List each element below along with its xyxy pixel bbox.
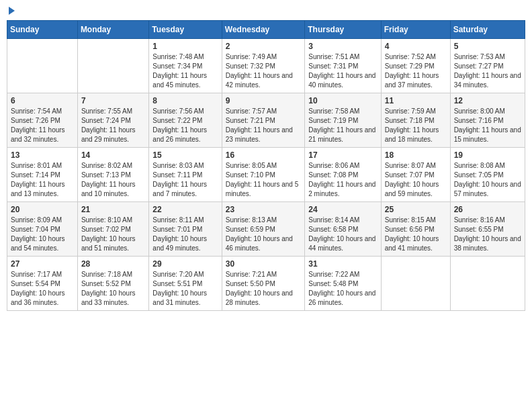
calendar-cell: 30Sunrise: 7:21 AM Sunset: 5:50 PM Dayli… bbox=[222, 257, 304, 311]
calendar-cell: 15Sunrise: 8:03 AM Sunset: 7:11 PM Dayli… bbox=[149, 148, 222, 202]
day-number: 6 bbox=[11, 96, 74, 105]
day-detail: Sunrise: 7:48 AM Sunset: 7:34 PM Dayligh… bbox=[152, 52, 218, 90]
day-number: 21 bbox=[81, 205, 145, 214]
calendar-cell: 8Sunrise: 7:56 AM Sunset: 7:22 PM Daylig… bbox=[149, 93, 222, 148]
calendar-cell: 17Sunrise: 8:06 AM Sunset: 7:08 PM Dayli… bbox=[305, 148, 381, 202]
day-number: 7 bbox=[81, 96, 145, 105]
day-detail: Sunrise: 8:15 AM Sunset: 6:56 PM Dayligh… bbox=[385, 216, 447, 253]
calendar-cell bbox=[7, 39, 78, 93]
calendar-cell: 14Sunrise: 8:02 AM Sunset: 7:13 PM Dayli… bbox=[77, 148, 148, 202]
day-number: 22 bbox=[152, 205, 218, 214]
calendar-cell: 12Sunrise: 8:00 AM Sunset: 7:16 PM Dayli… bbox=[450, 93, 525, 148]
calendar-body: 1Sunrise: 7:48 AM Sunset: 7:34 PM Daylig… bbox=[7, 39, 525, 311]
day-number: 26 bbox=[454, 205, 521, 214]
calendar-week-row: 1Sunrise: 7:48 AM Sunset: 7:34 PM Daylig… bbox=[7, 39, 525, 93]
calendar-cell: 28Sunrise: 7:18 AM Sunset: 5:52 PM Dayli… bbox=[77, 257, 148, 311]
page-header bbox=[7, 7, 525, 15]
day-number: 4 bbox=[385, 42, 447, 51]
day-number: 13 bbox=[11, 150, 74, 160]
calendar-week-row: 13Sunrise: 8:01 AM Sunset: 7:14 PM Dayli… bbox=[7, 148, 525, 202]
day-detail: Sunrise: 8:10 AM Sunset: 7:02 PM Dayligh… bbox=[81, 216, 145, 253]
day-number: 27 bbox=[11, 259, 74, 269]
col-monday: Monday bbox=[77, 21, 148, 39]
day-number: 14 bbox=[81, 150, 145, 160]
day-number: 25 bbox=[385, 205, 447, 214]
day-detail: Sunrise: 8:08 AM Sunset: 7:05 PM Dayligh… bbox=[454, 161, 521, 199]
day-detail: Sunrise: 7:54 AM Sunset: 7:26 PM Dayligh… bbox=[11, 107, 74, 144]
day-detail: Sunrise: 7:58 AM Sunset: 7:19 PM Dayligh… bbox=[308, 107, 377, 144]
calendar-cell bbox=[77, 39, 148, 93]
day-detail: Sunrise: 7:18 AM Sunset: 5:52 PM Dayligh… bbox=[81, 270, 145, 308]
day-number: 31 bbox=[308, 259, 377, 269]
day-detail: Sunrise: 7:55 AM Sunset: 7:24 PM Dayligh… bbox=[81, 107, 145, 144]
day-number: 30 bbox=[226, 259, 301, 269]
calendar-cell: 1Sunrise: 7:48 AM Sunset: 7:34 PM Daylig… bbox=[149, 39, 222, 93]
day-detail: Sunrise: 8:01 AM Sunset: 7:14 PM Dayligh… bbox=[11, 161, 74, 199]
calendar-week-row: 6Sunrise: 7:54 AM Sunset: 7:26 PM Daylig… bbox=[7, 93, 525, 148]
calendar-cell: 31Sunrise: 7:22 AM Sunset: 5:48 PM Dayli… bbox=[305, 257, 381, 311]
calendar-cell: 18Sunrise: 8:07 AM Sunset: 7:07 PM Dayli… bbox=[381, 148, 450, 202]
calendar-cell bbox=[381, 257, 450, 311]
day-detail: Sunrise: 8:05 AM Sunset: 7:10 PM Dayligh… bbox=[226, 161, 301, 199]
day-number: 5 bbox=[454, 42, 521, 51]
day-detail: Sunrise: 7:51 AM Sunset: 7:31 PM Dayligh… bbox=[308, 52, 377, 90]
day-detail: Sunrise: 7:21 AM Sunset: 5:50 PM Dayligh… bbox=[226, 270, 301, 308]
day-detail: Sunrise: 7:49 AM Sunset: 7:32 PM Dayligh… bbox=[226, 52, 301, 90]
day-detail: Sunrise: 7:59 AM Sunset: 7:18 PM Dayligh… bbox=[385, 107, 447, 144]
logo-triangle-icon bbox=[9, 7, 15, 15]
col-sunday: Sunday bbox=[7, 21, 78, 39]
day-detail: Sunrise: 8:16 AM Sunset: 6:55 PM Dayligh… bbox=[454, 216, 521, 253]
calendar-cell: 6Sunrise: 7:54 AM Sunset: 7:26 PM Daylig… bbox=[7, 93, 78, 148]
day-number: 3 bbox=[308, 42, 377, 51]
day-number: 17 bbox=[308, 150, 377, 160]
col-thursday: Thursday bbox=[305, 21, 381, 39]
day-detail: Sunrise: 8:11 AM Sunset: 7:01 PM Dayligh… bbox=[152, 216, 218, 253]
day-number: 2 bbox=[226, 42, 301, 51]
col-friday: Friday bbox=[381, 21, 450, 39]
calendar-cell: 5Sunrise: 7:53 AM Sunset: 7:27 PM Daylig… bbox=[450, 39, 525, 93]
calendar-cell: 11Sunrise: 7:59 AM Sunset: 7:18 PM Dayli… bbox=[381, 93, 450, 148]
calendar-header: Sunday Monday Tuesday Wednesday Thursday… bbox=[7, 21, 525, 39]
day-number: 18 bbox=[385, 150, 447, 160]
day-detail: Sunrise: 8:03 AM Sunset: 7:11 PM Dayligh… bbox=[152, 161, 218, 199]
day-number: 11 bbox=[385, 96, 447, 105]
day-number: 1 bbox=[152, 42, 218, 51]
col-saturday: Saturday bbox=[450, 21, 525, 39]
day-detail: Sunrise: 7:20 AM Sunset: 5:51 PM Dayligh… bbox=[152, 270, 218, 308]
header-row: Sunday Monday Tuesday Wednesday Thursday… bbox=[7, 21, 525, 39]
day-number: 28 bbox=[81, 259, 145, 269]
day-detail: Sunrise: 7:53 AM Sunset: 7:27 PM Dayligh… bbox=[454, 52, 521, 90]
calendar-cell: 22Sunrise: 8:11 AM Sunset: 7:01 PM Dayli… bbox=[149, 202, 222, 257]
calendar-cell: 16Sunrise: 8:05 AM Sunset: 7:10 PM Dayli… bbox=[222, 148, 304, 202]
calendar-table: Sunday Monday Tuesday Wednesday Thursday… bbox=[7, 20, 525, 311]
day-number: 9 bbox=[226, 96, 301, 105]
calendar-cell: 13Sunrise: 8:01 AM Sunset: 7:14 PM Dayli… bbox=[7, 148, 78, 202]
day-number: 16 bbox=[226, 150, 301, 160]
day-number: 8 bbox=[152, 96, 218, 105]
calendar-cell: 24Sunrise: 8:14 AM Sunset: 6:58 PM Dayli… bbox=[305, 202, 381, 257]
calendar-cell: 29Sunrise: 7:20 AM Sunset: 5:51 PM Dayli… bbox=[149, 257, 222, 311]
calendar-cell: 4Sunrise: 7:52 AM Sunset: 7:29 PM Daylig… bbox=[381, 39, 450, 93]
day-number: 29 bbox=[152, 259, 218, 269]
day-detail: Sunrise: 8:13 AM Sunset: 6:59 PM Dayligh… bbox=[226, 216, 301, 253]
calendar-cell: 26Sunrise: 8:16 AM Sunset: 6:55 PM Dayli… bbox=[450, 202, 525, 257]
day-number: 20 bbox=[11, 205, 74, 214]
day-detail: Sunrise: 8:14 AM Sunset: 6:58 PM Dayligh… bbox=[308, 216, 377, 253]
calendar-week-row: 20Sunrise: 8:09 AM Sunset: 7:04 PM Dayli… bbox=[7, 202, 525, 257]
day-detail: Sunrise: 8:09 AM Sunset: 7:04 PM Dayligh… bbox=[11, 216, 74, 253]
day-detail: Sunrise: 8:06 AM Sunset: 7:08 PM Dayligh… bbox=[308, 161, 377, 199]
day-detail: Sunrise: 7:22 AM Sunset: 5:48 PM Dayligh… bbox=[308, 270, 377, 308]
col-tuesday: Tuesday bbox=[149, 21, 222, 39]
day-detail: Sunrise: 7:56 AM Sunset: 7:22 PM Dayligh… bbox=[152, 107, 218, 144]
calendar-cell: 25Sunrise: 8:15 AM Sunset: 6:56 PM Dayli… bbox=[381, 202, 450, 257]
day-detail: Sunrise: 8:00 AM Sunset: 7:16 PM Dayligh… bbox=[454, 107, 521, 144]
day-number: 19 bbox=[454, 150, 521, 160]
calendar-cell: 9Sunrise: 7:57 AM Sunset: 7:21 PM Daylig… bbox=[222, 93, 304, 148]
day-detail: Sunrise: 7:17 AM Sunset: 5:54 PM Dayligh… bbox=[11, 270, 74, 308]
calendar-cell bbox=[450, 257, 525, 311]
calendar-cell: 2Sunrise: 7:49 AM Sunset: 7:32 PM Daylig… bbox=[222, 39, 304, 93]
calendar-week-row: 27Sunrise: 7:17 AM Sunset: 5:54 PM Dayli… bbox=[7, 257, 525, 311]
logo bbox=[7, 7, 15, 15]
day-number: 10 bbox=[308, 96, 377, 105]
day-number: 23 bbox=[226, 205, 301, 214]
